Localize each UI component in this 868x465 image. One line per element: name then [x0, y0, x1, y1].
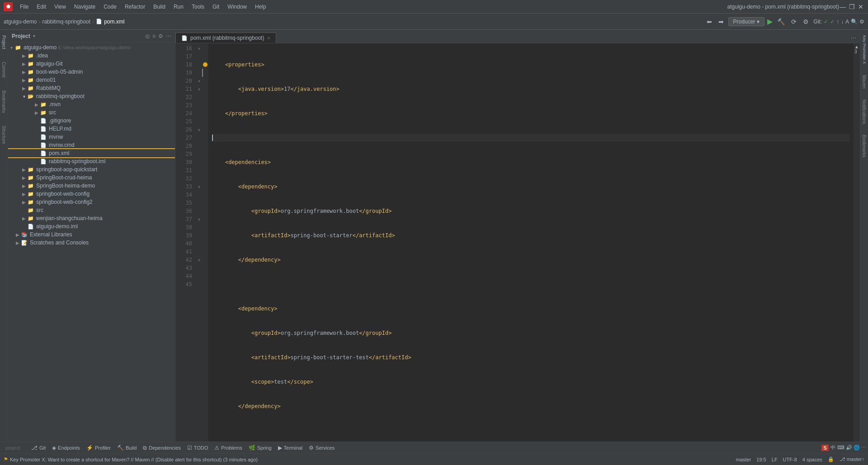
tree-gitignore[interactable]: 📄 .gitignore — [8, 117, 175, 125]
menu-help[interactable]: Help — [251, 3, 270, 11]
project-dropdown-icon[interactable]: ▾ — [33, 33, 35, 38]
sync-button[interactable]: ⟳ — [789, 17, 798, 26]
breadcrumb-file[interactable]: pom.xml — [104, 19, 124, 25]
commit-edge-tab[interactable]: Commit — [0, 60, 7, 79]
terminal-tool[interactable]: ▶ Terminal — [275, 444, 306, 452]
git-section: Git: ✓ ✓ ↑ ↓ A 🔍 ⚙ — [813, 19, 864, 25]
line-num-27: 27 — [175, 134, 192, 142]
structure-edge-tab[interactable]: Structure — [0, 124, 7, 146]
fold-37[interactable]: ▾ — [196, 215, 202, 223]
forward-button[interactable]: ➡ — [717, 17, 726, 26]
tree-aop[interactable]: ▶ 📁 springboot-aop-quickstart — [8, 165, 175, 174]
dependencies-tool[interactable]: ⧉ Dependencies — [140, 444, 183, 452]
tree-scratches[interactable]: ▶ 📝 Scratches and Consoles — [8, 239, 175, 247]
breadcrumb-module[interactable]: rabbitmq-springboot — [42, 19, 90, 25]
services-tool[interactable]: ⚙ Services — [306, 444, 337, 452]
menu-file[interactable]: File — [16, 3, 32, 11]
tree-heima[interactable]: ▶ 📁 SpringBoot-heima-demo — [8, 182, 175, 190]
tree-demo01[interactable]: ▶ 📁 demo01 — [8, 76, 175, 84]
menu-refactor[interactable]: Refactor — [121, 3, 149, 11]
minimize-button[interactable]: — — [839, 3, 846, 10]
project-edge-tab[interactable]: Project — [0, 33, 7, 51]
tree-wenjian[interactable]: ▶ 📁 wenjian-shangchuan-heima — [8, 214, 175, 222]
spring-tool[interactable]: 🌿 Spring — [246, 444, 274, 452]
build-tool[interactable]: 🔨 Build — [114, 444, 139, 452]
code-line-24: </dependency> — [212, 256, 850, 264]
menu-code[interactable]: Code — [100, 3, 120, 11]
bookmarks-edge-tab[interactable]: Bookmarks — [0, 89, 7, 115]
panel-header-icons: ◎ ≡ ⚙ ⋯ — [145, 33, 171, 39]
tree-crud[interactable]: ▶ 📁 SpringBoot-crud-heima — [8, 174, 175, 182]
profiler-tool[interactable]: ⚡ Profiler — [84, 444, 113, 452]
producer-button[interactable]: Producer ▾ — [728, 17, 765, 26]
notifications-tab[interactable]: Notifications — [861, 98, 868, 126]
run-button[interactable]: ▶ — [767, 17, 773, 26]
bookmarks-tab[interactable]: Bookmarks — [861, 133, 868, 159]
file-encoding[interactable]: UTF-8 — [783, 457, 797, 462]
maximize-button[interactable]: ❐ — [848, 3, 855, 10]
line-num-26: 26 — [175, 126, 192, 134]
todo-tool[interactable]: ☑ TODO — [184, 444, 211, 452]
close-button[interactable]: ✕ — [857, 3, 864, 10]
tree-root-src[interactable]: 📁 src — [8, 206, 175, 214]
menu-git[interactable]: Git — [209, 3, 223, 11]
collapse-icon[interactable]: ≡ — [152, 33, 156, 39]
tree-web-config[interactable]: ▶ 📁 springboot-web-config — [8, 190, 175, 198]
mg-37 — [202, 215, 208, 223]
tree-demo-iml[interactable]: 📄 atguigu-demo.iml — [8, 222, 175, 230]
terminal-label: Terminal — [284, 445, 303, 451]
menu-navigate[interactable]: Navigate — [71, 3, 99, 11]
menu-build[interactable]: Build — [150, 3, 169, 11]
tree-web-config2[interactable]: ▶ 📁 springboot-web-config2 — [8, 198, 175, 206]
fold-20[interactable]: ▾ — [196, 77, 202, 85]
tree-pomxml[interactable]: 📄 pom.xml — [8, 149, 175, 157]
code-content[interactable]: <properties> <java.version>17</java.vers… — [208, 43, 854, 442]
key-promoter-tab[interactable]: Key Promoter X — [861, 33, 868, 66]
tree-src[interactable]: ▶ 📁 src — [8, 108, 175, 117]
tree-rabbitmq-springboot[interactable]: ▾ 📂 rabbitmq-springboot — [8, 92, 175, 100]
marker-18 — [203, 62, 208, 67]
endpoints-tool[interactable]: ◈ Endpoints — [49, 444, 83, 452]
menu-edit[interactable]: Edit — [33, 3, 50, 11]
breadcrumb-root[interactable]: atguigu-demo — [4, 19, 37, 25]
tab-close-button[interactable]: ✕ — [267, 36, 270, 41]
fold-16[interactable]: ▾ — [196, 44, 202, 52]
maven-tab[interactable]: Maven — [861, 73, 868, 90]
tree-external-libs[interactable]: ▶ 📚 External Libraries — [8, 230, 175, 239]
fold-26[interactable]: ▾ — [196, 126, 202, 134]
tree-iml[interactable]: 📄 rabbitmq-springboot.iml — [8, 157, 175, 165]
line-ending[interactable]: LF — [772, 457, 778, 462]
more-icon[interactable]: ⋯ — [166, 33, 171, 39]
fold-23 — [196, 101, 202, 109]
tree-rabbitmq[interactable]: ▶ 📁 RabbitMQ — [8, 84, 175, 92]
back-button[interactable]: ⬅ — [705, 17, 714, 26]
build-button[interactable]: 🔨 — [775, 17, 787, 26]
tree-boot-web[interactable]: ▶ 📁 boot-web-05-admin — [8, 68, 175, 76]
editor-tab-pomxml[interactable]: 📄 pom.xml (rabbitmq-springboot) ✕ — [175, 33, 276, 43]
tree-idea[interactable]: ▶ 📁 .idea — [8, 52, 175, 60]
tree-mvnwcmd[interactable]: 📄 mvnw.cmd — [8, 141, 175, 149]
fold-42[interactable]: ▾ — [196, 256, 202, 264]
locate-icon[interactable]: ◎ — [145, 33, 150, 39]
menu-view[interactable]: View — [51, 3, 70, 11]
menu-window[interactable]: Window — [224, 3, 250, 11]
tree-mvn[interactable]: ▶ 📁 .mvn — [8, 100, 175, 108]
menu-tools[interactable]: Tools — [188, 3, 208, 11]
fold-21[interactable]: ▾ — [196, 85, 202, 93]
problems-tool[interactable]: ⚠ Problems — [212, 444, 245, 452]
tab-more-button[interactable]: ⋯ — [847, 33, 860, 43]
tree-root[interactable]: ▾ 📁 atguigu-demo E:\idea-workspace\atgui… — [8, 43, 175, 52]
endpoints-icon: ◈ — [52, 445, 56, 451]
terminal-icon: ▶ — [278, 445, 282, 451]
git-branch[interactable]: master — [736, 457, 751, 462]
menu-run[interactable]: Run — [170, 3, 187, 11]
fold-19 — [196, 69, 202, 77]
tree-atguigu-git[interactable]: ▶ 📁 atguigu-Git — [8, 60, 175, 68]
tree-mvnw[interactable]: 📄 mvnw — [8, 133, 175, 141]
settings-button[interactable]: ⚙ — [801, 17, 811, 26]
indent-info[interactable]: 4 spaces — [802, 457, 822, 462]
tree-helpmd[interactable]: 📄 HELP.md — [8, 125, 175, 133]
fold-33[interactable]: ▾ — [196, 183, 202, 191]
git-tool[interactable]: ⎇ Git — [28, 444, 48, 452]
settings-icon[interactable]: ⚙ — [158, 33, 163, 39]
